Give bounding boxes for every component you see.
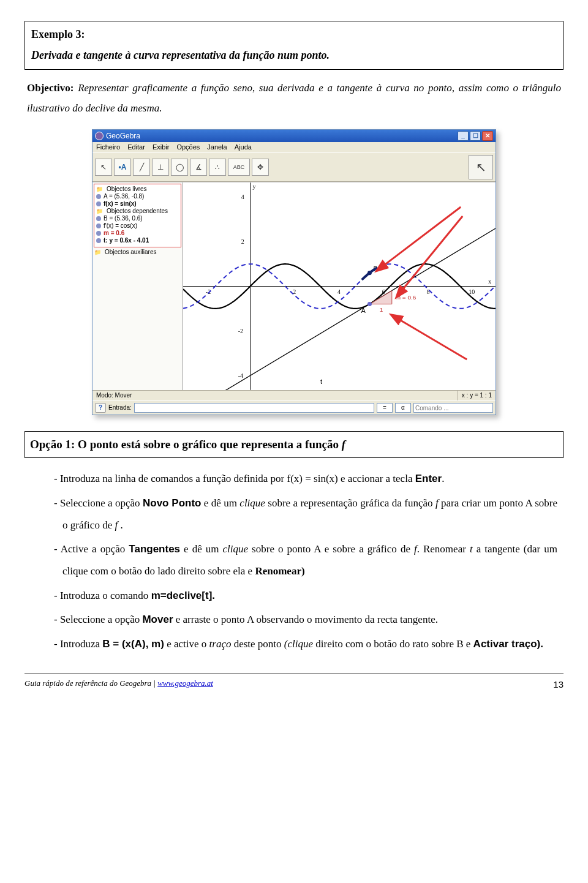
option1-header: Opção 1: O ponto está sobre o gráfico qu… [24,431,564,458]
obj-icon [96,238,101,243]
app-icon [95,132,104,140]
svg-text:t: t [320,378,322,385]
svg-text:2: 2 [241,238,244,245]
menu-item[interactable]: Ajuda [235,143,252,151]
workarea: Objectos livres A = (5.36, -0.8) f(x) = … [92,182,496,390]
tool-circle[interactable]: ◯ [171,159,188,176]
steps: - Introduza na linha de comandos a funçã… [54,468,557,655]
obj-icon [96,216,101,221]
command-input[interactable] [134,403,374,413]
folder-dep[interactable]: Objectos dependentes [96,208,179,215]
example-subtitle: Derivada e tangente à curva representati… [31,45,557,66]
objective: Objectivo: Representar graficamente a fu… [27,78,561,118]
svg-text:8: 8 [426,289,429,296]
step-6: - Introduza B = (x(A), m) e active o tra… [54,633,557,655]
help-button[interactable]: ? [95,403,106,413]
f-symbol: f [342,438,345,451]
minimize-button[interactable]: _ [458,131,469,141]
eq-button[interactable]: = [377,403,393,413]
window-title: GeoGebra [106,132,140,140]
alg-item[interactable]: f'(x) = cos(x) [104,222,137,230]
graphics-view[interactable]: -2 2 4 6 8 10 2 4 -2 -4 x y [183,182,496,390]
toolbar: ↖ •A ╱ ⊥ ◯ ∡ ∴ ABC ✥ ↖ [92,152,496,182]
algebra-highlight: Objectos livres A = (5.36, -0.8) f(x) = … [94,184,181,247]
objective-text: Representar graficamente a função seno, … [27,82,561,113]
tool-text[interactable]: ABC [228,159,250,176]
page-footer: Guia rápido de referência do Geogebra | … [24,674,564,694]
svg-text:4: 4 [241,194,244,200]
footer-link[interactable]: www.geogebra.at [157,678,213,688]
menu-item[interactable]: Exibir [153,143,170,151]
svg-text:4: 4 [337,289,341,296]
obj-icon [96,231,101,236]
maximize-button[interactable]: ☐ [470,131,481,141]
active-tool-icon: ↖ [469,155,493,179]
menubar: Ficheiro Editar Exibir Opções Janela Aju… [92,142,496,152]
menu-item[interactable]: Editar [127,143,145,151]
tool-angle[interactable]: ∡ [190,159,207,176]
example-header: Exemplo 3: Derivada e tangente à curva r… [24,21,564,70]
objective-label: Objectivo: [27,82,74,94]
tool-line[interactable]: ╱ [133,159,150,176]
svg-text:-2: -2 [238,328,243,334]
svg-point-18 [368,302,372,306]
step-4: - Introduza o comando m=declive[t]. [54,585,557,607]
status-bar: Modo: Mover x : y = 1 : 1 [92,390,496,400]
obj-icon [96,224,101,228]
geogebra-window: GeoGebra _ ☐ ✕ Ficheiro Editar Exibir Op… [92,129,496,415]
svg-text:-4: -4 [238,372,243,379]
svg-text:A: A [361,307,366,314]
alg-item[interactable]: f(x) = sin(x) [104,200,137,208]
svg-line-14 [183,228,496,390]
window-titlebar: GeoGebra _ ☐ ✕ [92,130,496,142]
step-2: - Seleccione a opção Novo Ponto e dê um … [54,492,557,536]
status-ratio: x : y = 1 : 1 [458,391,496,400]
svg-line-24 [400,320,467,359]
tool-pan[interactable]: ✥ [252,159,269,176]
alpha-button[interactable]: α [395,403,411,413]
screenshot: GeoGebra _ ☐ ✕ Ficheiro Editar Exibir Op… [24,129,564,415]
obj-icon [96,194,101,199]
status-mode: Modo: Mover [92,391,458,400]
svg-text:m = 0.6: m = 0.6 [396,294,417,301]
svg-text:x: x [488,278,491,285]
page-number: 13 [553,676,564,694]
input-bar: ? Entrada: = α [92,400,496,415]
plot-svg: -2 2 4 6 8 10 2 4 -2 -4 x y [183,182,496,390]
menu-item[interactable]: Janela [207,143,227,151]
step-1: - Introduza na linha de comandos a funçã… [54,468,557,490]
tool-move[interactable]: ↖ [95,159,112,176]
alg-item[interactable]: t: y = 0.6x - 4.01 [104,237,149,244]
option1-title: Opção 1: O ponto está sobre o gráfico qu… [30,438,342,451]
menu-item[interactable]: Opções [176,143,200,151]
algebra-panel: Objectos livres A = (5.36, -0.8) f(x) = … [92,182,183,390]
svg-text:10: 10 [469,289,475,296]
tool-perp[interactable]: ⊥ [152,159,169,176]
alg-item[interactable]: m = 0.6 [104,230,124,237]
tool-point[interactable]: •A [114,159,131,176]
step-3: - Active a opção Tangentes e dê um cliqu… [54,538,557,582]
command-select[interactable] [413,403,493,413]
obj-icon [96,201,101,206]
svg-line-23 [403,216,463,290]
input-label: Entrada: [108,404,132,411]
alg-item[interactable]: A = (5.36, -0.8) [104,193,144,200]
step-5: - Seleccione a opção Mover e arraste o p… [54,609,557,631]
menu-item[interactable]: Ficheiro [96,143,120,151]
svg-text:y: y [253,183,256,190]
footer-text: Guia rápido de referência do Geogebra | [24,678,157,688]
alg-item[interactable]: B = (5.36, 0.6) [104,215,143,222]
svg-text:1: 1 [380,306,383,313]
folder-free[interactable]: Objectos livres [96,186,179,193]
folder-aux[interactable]: Objectos auxiliares [94,249,181,256]
example-label: Exemplo 3: [31,24,557,45]
svg-text:2: 2 [293,289,296,296]
tool-reflect[interactable]: ∴ [209,159,226,176]
close-button[interactable]: ✕ [482,131,493,141]
